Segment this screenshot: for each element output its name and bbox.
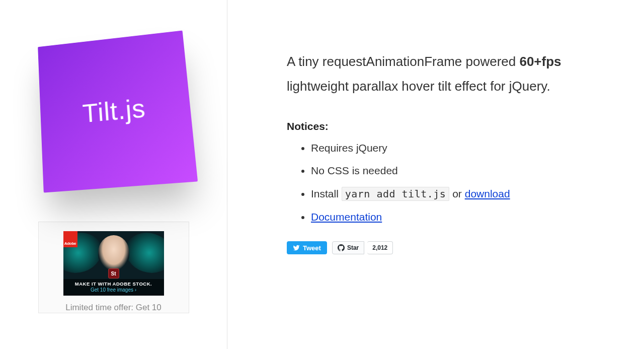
star-label: Star <box>347 244 359 251</box>
notice-text: No CSS is needed <box>311 165 398 176</box>
list-item: Install yarn add tilt.js or download <box>311 185 614 202</box>
adobe-stock-icon: St <box>108 268 119 278</box>
list-item: Requires jQuery <box>311 139 614 157</box>
ad-overlay: MAKE IT WITH ADOBE STOCK. Get 10 free im… <box>63 279 164 296</box>
notice-text: Install <box>311 188 342 199</box>
left-column: Tilt.js Adobe St MAKE IT WITH ADOBE STOC… <box>0 0 227 349</box>
notices-list: Requires jQuery No CSS is needed Install… <box>287 139 614 225</box>
ad-subline: Get 10 free images › <box>65 287 162 293</box>
social-buttons: Tweet Star 2,012 <box>287 241 614 254</box>
download-link[interactable]: download <box>465 188 510 199</box>
list-item: No CSS is needed <box>311 162 614 179</box>
tweet-label: Tweet <box>303 244 321 252</box>
tagline-post: lightweight parallax hover tilt effect f… <box>287 79 550 94</box>
ad-image: Adobe St MAKE IT WITH ADOBE STOCK. Get 1… <box>63 231 164 296</box>
github-star-group: Star 2,012 <box>332 241 393 254</box>
ad-headline: MAKE IT WITH ADOBE STOCK. <box>65 281 162 287</box>
star-count-value: 2,012 <box>372 244 387 251</box>
tagline-strong: 60+fps <box>519 54 561 69</box>
github-star-button[interactable]: Star <box>332 241 364 254</box>
tagline: A tiny requestAnimationFrame powered 60+… <box>287 49 614 99</box>
github-icon <box>338 244 345 251</box>
adobe-logo-icon: Adobe <box>63 231 77 247</box>
documentation-link[interactable]: Documentation <box>311 211 382 223</box>
notice-text: Requires jQuery <box>311 142 387 154</box>
notice-text: or <box>449 188 464 199</box>
right-column: A tiny requestAnimationFrame powered 60+… <box>227 0 644 349</box>
twitter-icon <box>293 244 300 251</box>
tilt-card-title: Tilt.js <box>82 93 146 129</box>
tilt-demo-card[interactable]: Tilt.js <box>38 31 198 193</box>
sponsor-ad[interactable]: Adobe St MAKE IT WITH ADOBE STOCK. Get 1… <box>38 222 189 313</box>
ad-face-graphic <box>98 235 129 270</box>
ad-caption: Limited time offer: Get 10 <box>65 303 162 313</box>
tweet-button[interactable]: Tweet <box>287 241 327 254</box>
tagline-pre: A tiny requestAnimationFrame powered <box>287 54 519 69</box>
page-layout: Tilt.js Adobe St MAKE IT WITH ADOBE STOC… <box>0 0 644 349</box>
install-command: yarn add tilt.js <box>342 187 450 201</box>
github-star-count[interactable]: 2,012 <box>367 241 393 254</box>
list-item: Documentation <box>311 208 614 226</box>
notices-header: Notices: <box>287 120 614 132</box>
